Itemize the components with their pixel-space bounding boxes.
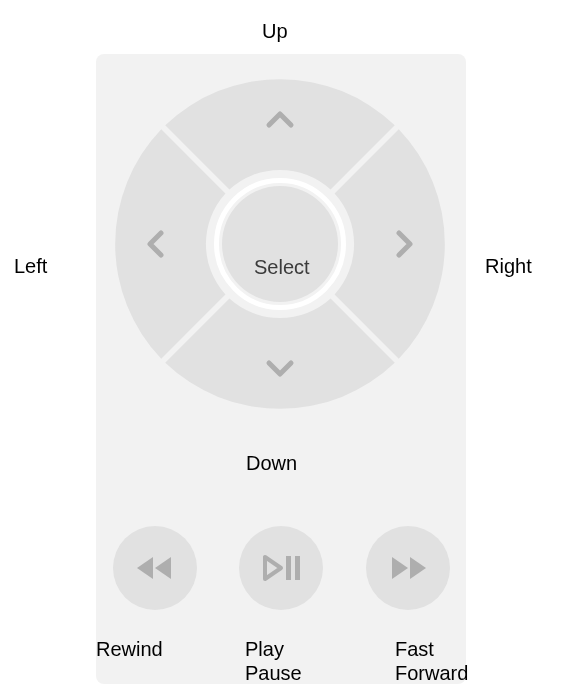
chevron-right-icon	[389, 229, 419, 259]
svg-marker-6	[410, 557, 426, 579]
dpad-select-button[interactable]	[222, 186, 338, 302]
label-right: Right	[485, 255, 532, 278]
label-rewind: Rewind	[96, 638, 163, 661]
chevron-down-icon	[265, 353, 295, 383]
fast-forward-icon	[366, 526, 450, 610]
svg-rect-4	[295, 556, 300, 580]
svg-marker-0	[137, 557, 153, 579]
dpad	[114, 78, 446, 410]
svg-marker-5	[392, 557, 408, 579]
rewind-button[interactable]	[113, 526, 197, 610]
play-pause-icon	[239, 526, 323, 610]
label-left: Left	[14, 255, 47, 278]
label-down: Down	[246, 452, 297, 475]
label-select: Select	[254, 256, 310, 279]
label-up: Up	[262, 20, 288, 43]
svg-marker-2	[265, 557, 281, 579]
fast-forward-button[interactable]	[366, 526, 450, 610]
chevron-left-icon	[141, 229, 171, 259]
chevron-up-icon	[265, 105, 295, 135]
label-play-pause-1: Play	[245, 638, 284, 661]
svg-marker-1	[155, 557, 171, 579]
label-play-pause-2: Pause	[245, 662, 302, 685]
rewind-icon	[113, 526, 197, 610]
label-fast-forward-2: Forward	[395, 662, 468, 685]
label-fast-forward-1: Fast	[395, 638, 434, 661]
play-pause-button[interactable]	[239, 526, 323, 610]
svg-rect-3	[286, 556, 291, 580]
